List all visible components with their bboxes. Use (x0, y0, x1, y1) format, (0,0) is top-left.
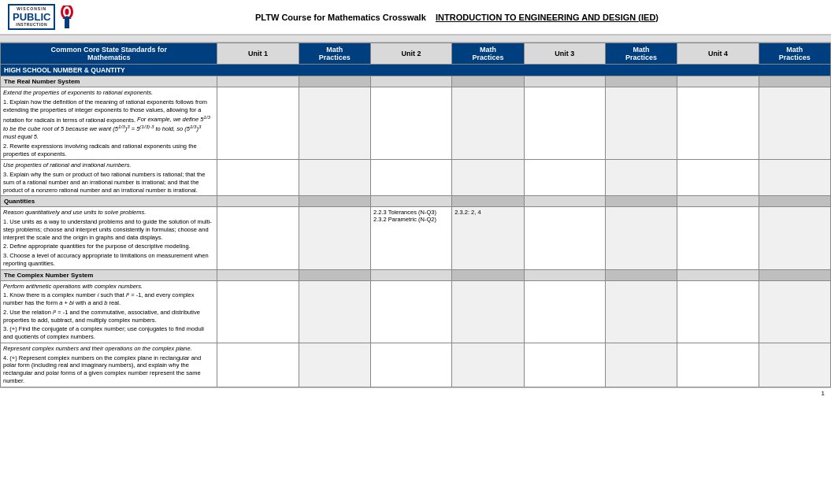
section-row-hs: HIGH SCHOOL NUMBER & QUANTITY (1, 65, 831, 76)
qty-text: Reason quantitatively and use units to s… (1, 207, 217, 269)
header-bar: WISCONSIN PUBLIC INSTRUCTION PLTW Course… (0, 0, 831, 35)
page-footer: 1 (0, 387, 831, 398)
logo-area: WISCONSIN PUBLIC INSTRUCTION (8, 4, 91, 30)
header-title: PLTW Course for Mathematics Crosswalk IN… (91, 13, 823, 22)
content-row-cns-perform: Perform arithmetic operations with compl… (1, 280, 831, 343)
subsection-label-rns: The Real Number System (1, 76, 217, 87)
content-row-qty: Reason quantitatively and use units to s… (1, 207, 831, 269)
subsection-label-quantities: Quantities (1, 196, 217, 207)
title-course: INTRODUCTION TO ENGINEERING AND DESIGN (… (436, 13, 658, 22)
cns-perform-text: Perform arithmetic operations with compl… (1, 280, 217, 343)
main-table: Common Core State Standards for Mathemat… (0, 43, 831, 387)
rns-properties-text: Use properties of rational and irrationa… (1, 160, 217, 196)
qty-unit2-cell: 2.2.3 Tolerances (N-Q3)2.3.2 Parametric … (371, 207, 452, 269)
col-math4-header: MathPractices (759, 43, 830, 65)
cns-represent-text: Represent complex numbers and their oper… (1, 343, 217, 387)
table-wrapper: Common Core State Standards for Mathemat… (0, 43, 831, 387)
logo-sub-text: INSTRUCTION (13, 23, 50, 28)
spacer (0, 35, 831, 43)
content-row-rns-properties: Use properties of rational and irrationa… (1, 160, 831, 196)
col-unit1-header: Unit 1 (217, 43, 299, 65)
col-standards-header: Common Core State Standards for Mathemat… (1, 43, 217, 65)
table-header-row: Common Core State Standards for Mathemat… (1, 43, 831, 65)
svg-rect-3 (65, 19, 69, 28)
subsection-row-cns: The Complex Number System (1, 269, 831, 280)
col-unit3-header: Unit 3 (524, 43, 605, 65)
title-prefix: PLTW Course for Mathematics Crosswalk (255, 13, 426, 22)
page-number: 1 (822, 390, 825, 397)
col-math2-header: MathPractices (452, 43, 524, 65)
col-math3-header: MathPractices (605, 43, 677, 65)
subsection-row-quantities: Quantities (1, 196, 831, 207)
col-math1-header: MathPractices (299, 43, 370, 65)
col-unit4-header: Unit 4 (677, 43, 759, 65)
subsection-row-rns: The Real Number System (1, 76, 831, 87)
logo-main-text: PUBLIC (13, 12, 50, 23)
content-row-rns-extend: Extend the properties of exponents to ra… (1, 87, 831, 160)
content-row-cns-represent: Represent complex numbers and their oper… (1, 343, 831, 387)
logo-icon (58, 6, 76, 29)
col-unit2-header: Unit 2 (371, 43, 452, 65)
section-label-hs: HIGH SCHOOL NUMBER & QUANTITY (1, 65, 831, 76)
svg-point-2 (65, 9, 69, 15)
subsection-label-cns: The Complex Number System (1, 269, 217, 280)
qty-math2-cell: 2.3.2: 2, 4 (452, 207, 524, 269)
logo-box: WISCONSIN PUBLIC INSTRUCTION (8, 4, 55, 30)
rns-extend-text: Extend the properties of exponents to ra… (1, 87, 217, 160)
